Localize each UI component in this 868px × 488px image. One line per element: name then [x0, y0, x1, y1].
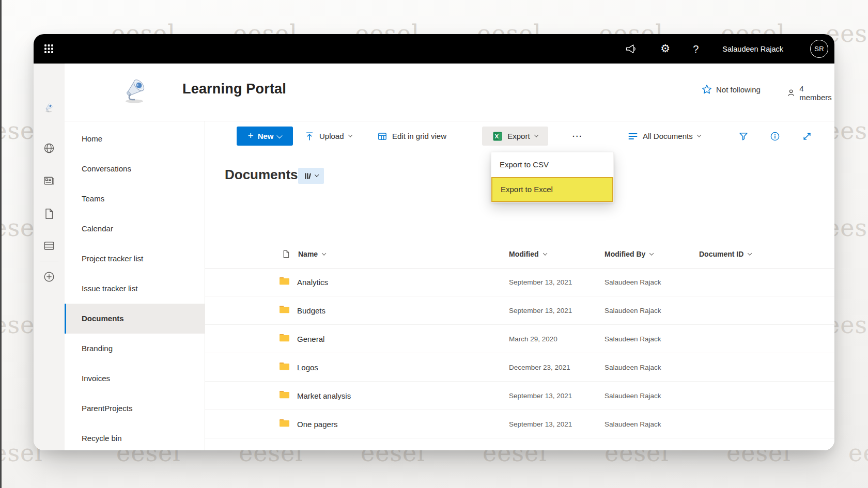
rail-sites-button[interactable] — [34, 142, 65, 154]
members-button[interactable]: 4 members — [787, 84, 834, 102]
library-view-toggle[interactable] — [298, 168, 324, 184]
column-header-modified[interactable]: Modified — [509, 250, 547, 258]
column-label: Name — [298, 250, 318, 258]
help-button[interactable]: ? — [693, 44, 699, 54]
folder-icon — [279, 305, 290, 316]
column-label: Modified — [509, 250, 539, 258]
suite-top-bar: ⚙ ? Salaudeen Rajack SR — [34, 34, 834, 64]
rail-lists-button[interactable] — [34, 240, 65, 252]
view-selector-button[interactable]: All Documents — [625, 127, 704, 146]
new-button[interactable]: + New — [237, 127, 293, 146]
export-to-csv-item[interactable]: Export to CSV — [491, 152, 613, 177]
topbar-actions: ⚙ ? Salaudeen Rajack SR — [625, 40, 834, 58]
rail-create-button[interactable] — [34, 271, 65, 283]
table-row[interactable]: Analytics September 13, 2021 Salaudeen R… — [205, 268, 834, 296]
expand-button[interactable] — [798, 127, 816, 146]
page-background: eesel eesel eesel eesel eesel eesel eese… — [0, 0, 868, 488]
app-rail — [34, 64, 65, 450]
site-logo[interactable] — [119, 73, 152, 104]
nav-item-branding[interactable]: Branding — [65, 334, 205, 364]
nav-item-home[interactable]: Home — [65, 124, 205, 154]
modified-by[interactable]: Salaudeen Rajack — [605, 364, 661, 371]
watermark-text: eesel — [848, 439, 868, 467]
rail-site-logo-button[interactable] — [34, 101, 65, 113]
library-icon — [304, 172, 313, 180]
upload-icon — [304, 131, 315, 141]
info-button[interactable] — [766, 127, 784, 146]
table-row[interactable]: Market analysis September 13, 2021 Salau… — [205, 382, 834, 410]
rail-pages-button[interactable] — [34, 208, 65, 220]
chevron-down-icon — [534, 133, 538, 138]
excel-icon: X — [492, 131, 503, 141]
table-header: Name Modified Modified By Document ID — [205, 240, 834, 269]
announcements-button[interactable] — [625, 43, 638, 55]
rail-news-button[interactable] — [34, 175, 65, 187]
settings-button[interactable]: ⚙ — [660, 43, 670, 54]
column-header-modified-by[interactable]: Modified By — [605, 250, 654, 258]
news-icon — [43, 175, 55, 187]
account-avatar[interactable]: SR — [810, 40, 828, 58]
user-name[interactable]: Salaudeen Rajack — [722, 45, 783, 53]
grid-view-icon — [377, 131, 388, 141]
follow-button[interactable]: Not following — [702, 84, 761, 95]
table-row[interactable]: One pagers September 13, 2021 Salaudeen … — [205, 410, 834, 438]
nav-item-recycle-bin[interactable]: Recycle bin — [65, 423, 205, 450]
avatar-initials: SR — [814, 45, 824, 53]
nav-item-teams[interactable]: Teams — [65, 184, 205, 214]
help-icon: ? — [693, 44, 699, 54]
file-type-column-icon[interactable] — [282, 250, 290, 259]
column-header-name[interactable]: Name — [298, 250, 326, 258]
export-menu: Export to CSV Export to Excel — [491, 152, 614, 202]
nav-item-project-tracker[interactable]: Project tracker list — [65, 244, 205, 274]
export-to-excel-item[interactable]: Export to Excel — [491, 177, 613, 202]
document-name[interactable]: Analytics — [297, 278, 328, 287]
modified-by[interactable]: Salaudeen Rajack — [605, 335, 661, 343]
more-icon: ··· — [572, 132, 583, 140]
folder-icon — [279, 277, 290, 288]
chevron-down-icon — [748, 251, 752, 256]
view-list-icon — [628, 131, 638, 141]
modified-date: September 13, 2021 — [509, 420, 572, 428]
export-button[interactable]: X Export — [482, 127, 548, 146]
nav-item-calendar[interactable]: Calendar — [65, 214, 205, 244]
nav-item-documents[interactable]: Documents — [65, 304, 205, 334]
modified-by[interactable]: Salaudeen Rajack — [605, 420, 661, 428]
document-name[interactable]: Logos — [297, 363, 318, 372]
megaphone-icon — [625, 43, 638, 55]
nav-item-parentprojects[interactable]: ParentProjects — [65, 393, 205, 423]
document-list: Analytics September 13, 2021 Salaudeen R… — [205, 268, 834, 438]
document-name[interactable]: Budgets — [297, 306, 326, 315]
app-launcher-button[interactable] — [34, 34, 64, 64]
chevron-down-icon — [542, 251, 547, 256]
column-header-document-id[interactable]: Document ID — [699, 250, 752, 258]
svg-text:X: X — [495, 133, 499, 139]
chevron-down-icon — [696, 133, 701, 138]
document-name[interactable]: General — [297, 335, 324, 343]
person-icon — [787, 88, 795, 98]
nav-item-invoices[interactable]: Invoices — [65, 364, 205, 393]
site-header: Learning Portal Not following 4 members — [65, 64, 834, 121]
site-nav: Home Conversations Teams Calendar Projec… — [65, 121, 205, 450]
table-row[interactable]: Budgets September 13, 2021 Salaudeen Raj… — [205, 296, 834, 325]
upload-button[interactable]: Upload — [301, 127, 355, 146]
members-label: 4 members — [799, 84, 834, 102]
table-row[interactable]: General March 29, 2020 Salaudeen Rajack — [205, 325, 834, 353]
modified-by[interactable]: Salaudeen Rajack — [605, 307, 661, 314]
settings-icon: ⚙ — [660, 43, 670, 54]
document-name[interactable]: One pagers — [297, 420, 337, 429]
more-commands-button[interactable]: ··· — [567, 127, 588, 146]
site-logo-mini-icon — [43, 101, 55, 113]
folder-icon — [279, 334, 290, 344]
modified-by[interactable]: Salaudeen Rajack — [605, 392, 661, 400]
filter-button[interactable] — [735, 127, 752, 146]
chevron-down-icon — [315, 173, 319, 178]
document-name[interactable]: Market analysis — [297, 391, 351, 400]
modified-date: September 13, 2021 — [509, 392, 572, 400]
column-label: Modified By — [605, 250, 645, 258]
document-icon — [43, 208, 55, 220]
edit-grid-view-button[interactable]: Edit in grid view — [374, 127, 450, 146]
table-row[interactable]: Logos December 23, 2021 Salaudeen Rajack — [205, 353, 834, 382]
nav-item-conversations[interactable]: Conversations — [65, 154, 205, 184]
nav-item-issue-tracker[interactable]: Issue tracker list — [65, 274, 205, 304]
modified-by[interactable]: Salaudeen Rajack — [605, 278, 661, 286]
